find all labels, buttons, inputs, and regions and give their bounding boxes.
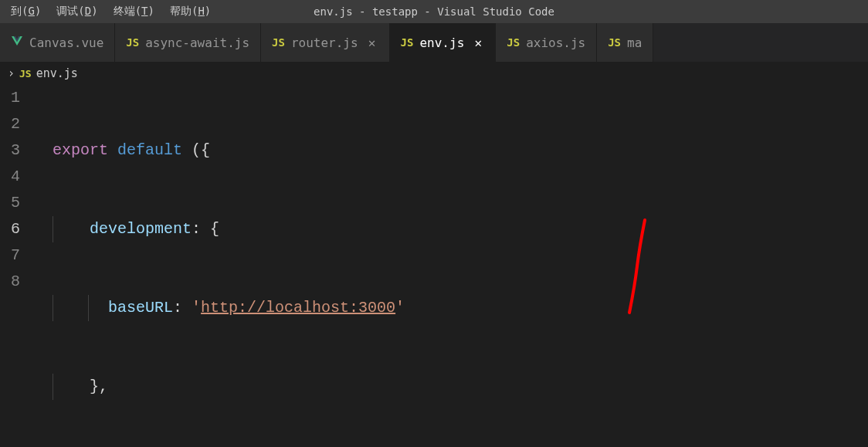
js-icon: JS: [401, 36, 414, 49]
line-number: 8: [0, 269, 20, 295]
tab-label: router.js: [291, 36, 358, 50]
close-icon[interactable]: ✕: [472, 36, 484, 49]
code-line[interactable]: export default ({: [34, 137, 868, 164]
code-editor[interactable]: 1 2 3 4 5 6 7 8 export default ({ develo…: [0, 85, 868, 447]
tab-label: async-await.js: [145, 36, 249, 50]
code-line[interactable]: },: [34, 374, 868, 400]
tab-router[interactable]: JS router.js ✕: [261, 23, 390, 62]
js-icon: JS: [19, 68, 32, 80]
line-number: 4: [0, 164, 20, 190]
window-title: env.js - testapp - Visual Studio Code: [314, 5, 554, 18]
tab-label: Canvas.vue: [29, 36, 103, 50]
code-line[interactable]: baseURL: 'http://localhost:3000': [34, 295, 868, 321]
tab-label: axios.js: [526, 36, 585, 50]
js-icon: JS: [126, 36, 139, 49]
menu-bar: 到(G) 调试(D) 终端(T) 帮助(H) env.js - testapp …: [0, 0, 868, 23]
menu-debug[interactable]: 调试(D): [49, 2, 105, 22]
line-number: 3: [0, 137, 20, 164]
menu-help[interactable]: 帮助(H): [162, 2, 219, 22]
line-number: 6: [0, 216, 20, 242]
line-number: 2: [0, 111, 20, 137]
breadcrumb[interactable]: › JS env.js: [0, 62, 868, 85]
tab-env[interactable]: JS env.js ✕: [390, 23, 497, 62]
js-icon: JS: [608, 36, 621, 49]
tab-async-await[interactable]: JS async-await.js: [115, 23, 261, 62]
tab-ma[interactable]: JS ma: [597, 23, 653, 62]
chevron-right-icon: ›: [8, 66, 15, 80]
line-number: 7: [0, 242, 20, 269]
menu-terminal[interactable]: 终端(T): [106, 2, 162, 22]
menu-goto[interactable]: 到(G): [3, 2, 49, 22]
tab-bar: Canvas.vue JS async-await.js JS router.j…: [0, 23, 868, 62]
tab-canvas-vue[interactable]: Canvas.vue: [0, 23, 115, 62]
js-icon: JS: [272, 36, 285, 49]
js-icon: JS: [507, 36, 520, 49]
tab-label: env.js: [419, 36, 464, 50]
line-gutter: 1 2 3 4 5 6 7 8: [0, 85, 34, 447]
tab-label: ma: [627, 36, 642, 50]
code-area[interactable]: export default ({ development: { baseURL…: [34, 85, 868, 447]
breadcrumb-file: env.js: [36, 66, 78, 80]
line-number: 5: [0, 190, 20, 216]
code-line[interactable]: development: {: [34, 216, 868, 242]
line-number: 1: [0, 85, 20, 111]
vue-icon: [11, 35, 23, 50]
tab-axios[interactable]: JS axios.js: [496, 23, 597, 62]
close-icon[interactable]: ✕: [366, 36, 378, 49]
